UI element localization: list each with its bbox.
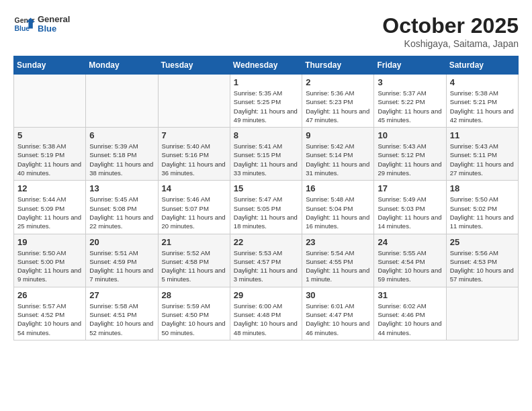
day-number: 2 bbox=[306, 77, 370, 87]
calendar-cell: 10Sunrise: 5:43 AM Sunset: 5:12 PM Dayli… bbox=[374, 128, 446, 181]
day-info: Sunrise: 5:50 AM Sunset: 5:00 PM Dayligh… bbox=[17, 248, 82, 284]
week-row-2: 5Sunrise: 5:38 AM Sunset: 5:19 PM Daylig… bbox=[14, 128, 519, 181]
day-info: Sunrise: 5:38 AM Sunset: 5:19 PM Dayligh… bbox=[17, 142, 82, 177]
day-info: Sunrise: 5:55 AM Sunset: 4:54 PM Dayligh… bbox=[378, 248, 442, 284]
svg-text:Blue: Blue bbox=[15, 25, 30, 32]
calendar-cell: 14Sunrise: 5:46 AM Sunset: 5:07 PM Dayli… bbox=[158, 181, 230, 234]
logo-blue: Blue bbox=[38, 24, 70, 34]
weekday-header-thursday: Thursday bbox=[302, 56, 374, 75]
day-info: Sunrise: 5:57 AM Sunset: 4:52 PM Dayligh… bbox=[17, 302, 82, 337]
calendar-cell: 25Sunrise: 5:56 AM Sunset: 4:53 PM Dayli… bbox=[446, 234, 518, 287]
week-row-4: 19Sunrise: 5:50 AM Sunset: 5:00 PM Dayli… bbox=[14, 234, 519, 287]
day-number: 12 bbox=[17, 183, 82, 193]
calendar-cell: 21Sunrise: 5:52 AM Sunset: 4:58 PM Dayli… bbox=[158, 234, 230, 287]
calendar-cell: 6Sunrise: 5:39 AM Sunset: 5:18 PM Daylig… bbox=[86, 128, 158, 181]
calendar-cell: 29Sunrise: 6:00 AM Sunset: 4:48 PM Dayli… bbox=[230, 287, 302, 340]
calendar-cell bbox=[158, 75, 230, 128]
calendar-cell: 24Sunrise: 5:55 AM Sunset: 4:54 PM Dayli… bbox=[374, 234, 446, 287]
day-info: Sunrise: 5:37 AM Sunset: 5:22 PM Dayligh… bbox=[378, 89, 442, 124]
calendar-cell: 27Sunrise: 5:58 AM Sunset: 4:51 PM Dayli… bbox=[86, 287, 158, 340]
calendar-cell: 18Sunrise: 5:50 AM Sunset: 5:02 PM Dayli… bbox=[446, 181, 518, 234]
day-info: Sunrise: 5:47 AM Sunset: 5:05 PM Dayligh… bbox=[234, 195, 298, 230]
day-number: 18 bbox=[450, 183, 515, 193]
day-number: 9 bbox=[306, 130, 370, 140]
calendar-table: SundayMondayTuesdayWednesdayThursdayFrid… bbox=[13, 56, 519, 340]
day-number: 1 bbox=[234, 77, 298, 87]
calendar-cell: 23Sunrise: 5:54 AM Sunset: 4:55 PM Dayli… bbox=[302, 234, 374, 287]
day-info: Sunrise: 5:43 AM Sunset: 5:11 PM Dayligh… bbox=[450, 142, 515, 177]
weekday-header-row: SundayMondayTuesdayWednesdayThursdayFrid… bbox=[14, 56, 519, 75]
day-number: 16 bbox=[306, 183, 370, 193]
weekday-header-wednesday: Wednesday bbox=[230, 56, 302, 75]
day-info: Sunrise: 5:49 AM Sunset: 5:03 PM Dayligh… bbox=[378, 195, 442, 230]
title-block: October 2025 Koshigaya, Saitama, Japan bbox=[382, 13, 519, 49]
week-row-1: 1Sunrise: 5:35 AM Sunset: 5:25 PM Daylig… bbox=[14, 75, 519, 128]
day-number: 5 bbox=[17, 130, 82, 140]
day-number: 25 bbox=[450, 237, 515, 247]
calendar-cell: 5Sunrise: 5:38 AM Sunset: 5:19 PM Daylig… bbox=[14, 128, 86, 181]
calendar-cell: 2Sunrise: 5:36 AM Sunset: 5:23 PM Daylig… bbox=[302, 75, 374, 128]
weekday-header-saturday: Saturday bbox=[446, 56, 518, 75]
calendar-cell: 16Sunrise: 5:48 AM Sunset: 5:04 PM Dayli… bbox=[302, 181, 374, 234]
day-info: Sunrise: 5:58 AM Sunset: 4:51 PM Dayligh… bbox=[89, 302, 154, 337]
calendar-cell: 19Sunrise: 5:50 AM Sunset: 5:00 PM Dayli… bbox=[14, 234, 86, 287]
day-number: 20 bbox=[89, 237, 154, 247]
day-info: Sunrise: 5:43 AM Sunset: 5:12 PM Dayligh… bbox=[378, 142, 442, 177]
weekday-header-monday: Monday bbox=[86, 56, 158, 75]
day-info: Sunrise: 6:01 AM Sunset: 4:47 PM Dayligh… bbox=[306, 302, 370, 337]
day-info: Sunrise: 5:40 AM Sunset: 5:16 PM Dayligh… bbox=[162, 142, 226, 177]
day-number: 24 bbox=[378, 237, 442, 247]
week-row-3: 12Sunrise: 5:44 AM Sunset: 5:09 PM Dayli… bbox=[14, 181, 519, 234]
day-number: 29 bbox=[234, 290, 298, 300]
day-number: 7 bbox=[162, 130, 226, 140]
day-number: 14 bbox=[162, 183, 226, 193]
day-info: Sunrise: 5:51 AM Sunset: 4:59 PM Dayligh… bbox=[89, 248, 154, 284]
calendar-cell bbox=[86, 75, 158, 128]
logo: General Blue General Blue bbox=[13, 13, 70, 35]
week-row-5: 26Sunrise: 5:57 AM Sunset: 4:52 PM Dayli… bbox=[14, 287, 519, 340]
logo-icon: General Blue bbox=[13, 13, 35, 35]
day-info: Sunrise: 5:56 AM Sunset: 4:53 PM Dayligh… bbox=[450, 248, 515, 284]
day-info: Sunrise: 5:45 AM Sunset: 5:08 PM Dayligh… bbox=[89, 195, 154, 230]
day-info: Sunrise: 5:54 AM Sunset: 4:55 PM Dayligh… bbox=[306, 248, 370, 284]
day-info: Sunrise: 5:36 AM Sunset: 5:23 PM Dayligh… bbox=[306, 89, 370, 124]
day-number: 10 bbox=[378, 130, 442, 140]
day-info: Sunrise: 5:50 AM Sunset: 5:02 PM Dayligh… bbox=[450, 195, 515, 230]
day-number: 6 bbox=[89, 130, 154, 140]
day-info: Sunrise: 5:46 AM Sunset: 5:07 PM Dayligh… bbox=[162, 195, 226, 230]
day-number: 4 bbox=[450, 77, 515, 87]
day-info: Sunrise: 6:02 AM Sunset: 4:46 PM Dayligh… bbox=[378, 302, 442, 337]
day-number: 11 bbox=[450, 130, 515, 140]
weekday-header-tuesday: Tuesday bbox=[158, 56, 230, 75]
day-number: 23 bbox=[306, 237, 370, 247]
weekday-header-friday: Friday bbox=[374, 56, 446, 75]
calendar-cell: 26Sunrise: 5:57 AM Sunset: 4:52 PM Dayli… bbox=[14, 287, 86, 340]
calendar-cell bbox=[446, 287, 518, 340]
day-number: 31 bbox=[378, 290, 442, 300]
day-info: Sunrise: 5:44 AM Sunset: 5:09 PM Dayligh… bbox=[17, 195, 82, 230]
calendar-cell: 17Sunrise: 5:49 AM Sunset: 5:03 PM Dayli… bbox=[374, 181, 446, 234]
day-number: 13 bbox=[89, 183, 154, 193]
calendar-cell: 31Sunrise: 6:02 AM Sunset: 4:46 PM Dayli… bbox=[374, 287, 446, 340]
calendar-cell: 30Sunrise: 6:01 AM Sunset: 4:47 PM Dayli… bbox=[302, 287, 374, 340]
calendar-cell: 13Sunrise: 5:45 AM Sunset: 5:08 PM Dayli… bbox=[86, 181, 158, 234]
day-number: 22 bbox=[234, 237, 298, 247]
calendar-cell: 7Sunrise: 5:40 AM Sunset: 5:16 PM Daylig… bbox=[158, 128, 230, 181]
day-number: 21 bbox=[162, 237, 226, 247]
calendar-cell: 20Sunrise: 5:51 AM Sunset: 4:59 PM Dayli… bbox=[86, 234, 158, 287]
day-number: 30 bbox=[306, 290, 370, 300]
day-info: Sunrise: 5:39 AM Sunset: 5:18 PM Dayligh… bbox=[89, 142, 154, 177]
calendar-cell bbox=[14, 75, 86, 128]
day-number: 27 bbox=[89, 290, 154, 300]
day-number: 8 bbox=[234, 130, 298, 140]
weekday-header-sunday: Sunday bbox=[14, 56, 86, 75]
day-info: Sunrise: 5:48 AM Sunset: 5:04 PM Dayligh… bbox=[306, 195, 370, 230]
day-number: 15 bbox=[234, 183, 298, 193]
calendar-cell: 22Sunrise: 5:53 AM Sunset: 4:57 PM Dayli… bbox=[230, 234, 302, 287]
day-info: Sunrise: 5:52 AM Sunset: 4:58 PM Dayligh… bbox=[162, 248, 226, 284]
calendar-cell: 11Sunrise: 5:43 AM Sunset: 5:11 PM Dayli… bbox=[446, 128, 518, 181]
calendar-cell: 8Sunrise: 5:41 AM Sunset: 5:15 PM Daylig… bbox=[230, 128, 302, 181]
day-info: Sunrise: 5:59 AM Sunset: 4:50 PM Dayligh… bbox=[162, 302, 226, 337]
day-number: 3 bbox=[378, 77, 442, 87]
logo-general: General bbox=[38, 15, 70, 24]
